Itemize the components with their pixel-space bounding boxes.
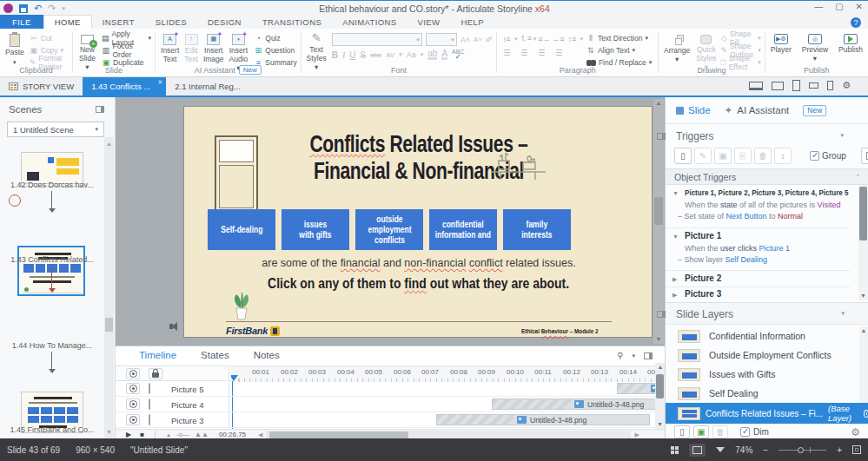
plant-art[interactable] [229,289,254,320]
layer-issues-with-gifts[interactable]: Issues with Gifts [666,365,858,384]
hscroll-thumb[interactable] [269,431,408,438]
story-view-toggle-icon[interactable] [671,446,679,454]
publish-button[interactable]: Publish [837,31,865,66]
ribbon-tab-view[interactable]: VIEW [407,15,451,29]
firstbank-logo[interactable]: FirstBank [226,326,280,336]
tab-notes[interactable]: Notes [254,350,280,360]
slide-canvas[interactable]: Conflicts Related Issues – Financial & N… [183,106,653,338]
collapse-triangle-icon[interactable]: ▼ [673,234,679,240]
layer-visibility-eye-icon[interactable] [864,410,868,418]
row-name[interactable]: Picture 5 [171,385,204,394]
collapse-panel-icon[interactable] [657,311,666,318]
row-name[interactable]: Picture 3 [171,416,204,425]
trigger-group-title[interactable]: Picture 3 [685,289,721,299]
hscroll-left-icon[interactable]: ◀ [258,431,262,438]
audio-speaker-icon[interactable] [169,321,182,332]
trigger-group-title[interactable]: Picture 1 [685,231,721,240]
zoom-slider-handle[interactable] [798,447,804,453]
timeline-zoom-out-icon[interactable]: ▲ [166,432,171,438]
font-size-combo[interactable]: ▾ [426,33,457,46]
layers-menu-icon[interactable]: ▾ [841,310,845,317]
row-name[interactable]: Picture 4 [171,400,204,410]
collapse-panel-icon[interactable] [657,133,666,140]
tab-states[interactable]: States [201,350,229,360]
qat-dropdown-icon[interactable]: ▾ [62,3,65,13]
font-name-combo[interactable]: ▾ [332,33,422,46]
ribbon-tab-insert[interactable]: INSERT [92,15,145,29]
trigger-when-line[interactable]: When the user clicks Picture 1 [685,244,857,253]
layer-self-dealing[interactable]: Self Dealing [666,384,858,403]
show-all-button[interactable] [126,368,140,379]
scrollbar-up-icon[interactable]: ▲ [653,99,664,108]
timeline-row-picture3[interactable]: Picture 3 Untitled-3-48.png [116,412,655,428]
duplicate-layer-button[interactable]: ▣ [693,425,709,438]
undo-icon[interactable]: ↶ [34,3,42,13]
slide-button-self-dealing[interactable]: Self-dealing [208,209,275,250]
timeline-row-picture5[interactable]: Picture 5 [116,381,655,397]
close-icon[interactable]: ✕ [856,2,863,11]
slide-view-toggle-icon[interactable] [689,444,706,457]
ai-question-button[interactable]: ⊞Question [254,45,296,56]
ribbon-tab-transitions[interactable]: TRANSITIONS [252,15,332,29]
new-layer-button[interactable]: ▯ [674,425,690,438]
timeline-vertical-scrollbar[interactable]: ▲ ▼ [655,363,665,429]
slide-body-text[interactable]: are some of the financial and non-financ… [184,257,653,269]
fit-to-window-icon[interactable] [852,445,861,454]
timeline-bar-picture4[interactable]: Untitled-3-48.png [492,398,655,410]
trigger-wizard-button[interactable] [861,148,868,164]
hscroll-right-icon[interactable]: ▶ [634,431,639,438]
collapse-triangle-icon[interactable]: ▼ [673,190,679,196]
expand-triangle-icon[interactable]: ▶ [673,276,677,283]
tab-close-icon[interactable]: ✕ [157,79,162,86]
slide-button-family-interests[interactable]: family interests [503,209,571,250]
player-settings-gear-icon[interactable]: ⚙ [842,80,851,91]
ai-quiz-button[interactable]: ◔Quiz [254,33,296,43]
scenes-scrollbar-thumb[interactable] [105,318,113,332]
row-visibility-button[interactable] [126,414,140,425]
playhead-sync-icon[interactable]: ⚲ [617,351,623,360]
scenes-scrollbar[interactable]: ▲ ▼ [104,137,114,438]
slide-button-confidential-info[interactable]: confidential information and [429,209,497,250]
scrollbar-down-icon[interactable]: ▼ [104,429,114,435]
timeline-bar-picture3[interactable]: Untitled-3-48.png [436,414,650,425]
row-lock-checkbox[interactable] [149,398,150,410]
minimize-icon[interactable]: — [814,2,823,11]
scrollbar-up-icon[interactable]: ▲ [859,326,868,335]
tab-ai-assistant-panel[interactable]: ✦AI Assistant [725,104,790,116]
scrollbar-down-icon[interactable]: ▼ [655,420,665,429]
lock-all-button[interactable] [149,368,162,379]
dim-checkbox[interactable] [740,427,750,437]
timeline-scrollbar-thumb[interactable] [656,374,664,398]
scene-selector-dropdown[interactable]: 1 Untitled Scene ▾ [7,122,104,137]
new-trigger-button[interactable]: ▯ [674,148,692,164]
window-art[interactable] [215,135,258,216]
trigger-action-line[interactable]: – Set state of Next Button to Normal [678,212,857,221]
layer-outside-employment[interactable]: Outside Employment Conflicts [666,346,858,365]
row-lock-checkbox[interactable] [149,383,150,394]
editor-scrollbar-thumb[interactable] [654,197,663,225]
preview-button[interactable]: ◎ Preview ▾ [800,31,830,66]
row-visibility-button[interactable] [126,383,140,394]
timeline-bar-picture5[interactable] [617,383,655,394]
laptop-preview-icon[interactable] [749,82,763,90]
ribbon-tab-slides[interactable]: SLIDES [145,15,197,29]
trigger-when-line[interactable]: When the state of all of the pictures is… [685,201,857,209]
maximize-icon[interactable]: ▢ [835,2,843,11]
layer-confidential-information[interactable]: Confidential Information [666,326,858,346]
layer-base-selected[interactable]: Conflicts Related Issues – Fi... (Base L… [666,403,868,424]
playhead-handle[interactable] [231,375,238,381]
scrollbar-up-icon[interactable]: ▲ [104,141,114,147]
triggers-scrollbar-thumb[interactable] [859,187,867,240]
tab-timeline[interactable]: Timeline [139,350,176,360]
layers-settings-gear-icon[interactable]: ⚙ [851,426,860,438]
ribbon-tab-animations[interactable]: ANIMATIONS [332,15,407,29]
slide-footer-right[interactable]: Ethical Behaviour – Module 2 [521,327,612,335]
player-button[interactable]: ▶⚙ Player [769,31,793,66]
tab-story-view[interactable]: STORY VIEW [0,77,83,95]
group-checkbox[interactable] [810,151,819,161]
tablet-portrait-icon[interactable] [792,80,800,91]
collapse-all-icon[interactable]: ⌃ [855,174,860,181]
scrollbar-down-icon[interactable]: ▼ [858,292,868,300]
trigger-action-line[interactable]: – Show layer Self Dealing [678,255,857,264]
feedback-funnel-icon[interactable] [716,447,725,452]
